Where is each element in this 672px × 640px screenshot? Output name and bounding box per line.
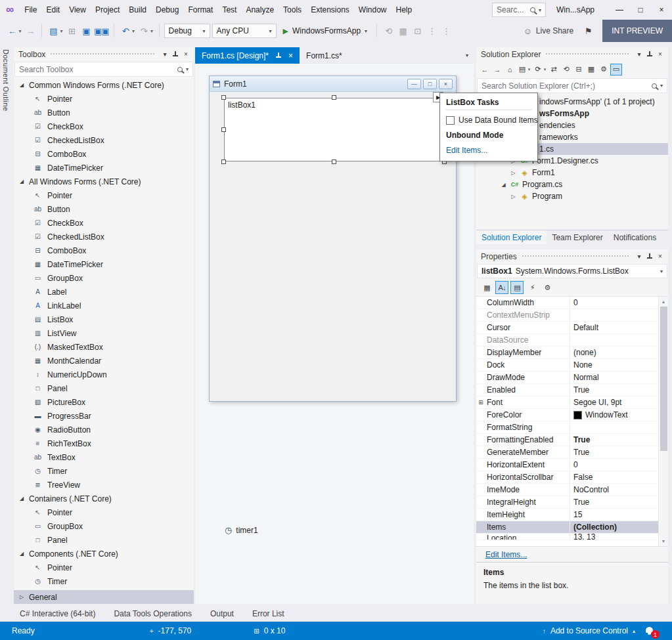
close-icon[interactable]: × xyxy=(288,51,293,60)
toolbox-item-checkedlistbox[interactable]: ☑CheckedListBox xyxy=(14,133,194,147)
toolbox-item-listbox[interactable]: ▤ListBox xyxy=(14,312,194,326)
new-file-icon[interactable]: ▤ xyxy=(47,24,60,38)
menu-analyze[interactable]: Analyze xyxy=(241,2,279,18)
property-row-enabled[interactable]: EnabledTrue xyxy=(476,384,658,396)
property-row-horizontalextent[interactable]: HorizontalExtent0 xyxy=(476,459,658,471)
navigate-forward-icon[interactable]: → xyxy=(491,64,503,75)
tab-notifications[interactable]: Notifications xyxy=(608,230,661,244)
start-debugging-button[interactable]: ▶ WindowsFormsApp ▾ xyxy=(279,23,372,39)
application-insights-icon[interactable]: ▦ xyxy=(396,24,409,38)
property-value[interactable]: True xyxy=(570,434,658,446)
chevron-down-icon[interactable]: ▾ xyxy=(160,49,170,60)
toolbox-search-input[interactable]: Search Toolbox ▾ xyxy=(14,62,193,77)
resize-handle-w[interactable] xyxy=(221,127,226,132)
refresh-icon[interactable]: ⟲ xyxy=(560,64,572,75)
property-row-drawmode[interactable]: DrawModeNormal xyxy=(476,372,658,384)
toolbox-group-components-net-core[interactable]: ◢Components (.NET Core) xyxy=(14,547,194,561)
toolbox-item-button[interactable]: abButton xyxy=(14,106,194,119)
solution-item-program[interactable]: ▷◈Program xyxy=(476,190,668,202)
menu-file[interactable]: File xyxy=(20,2,41,18)
property-value[interactable]: True xyxy=(570,384,658,396)
panel-tab-error-list[interactable]: Error List xyxy=(252,609,284,618)
property-row-generatemember[interactable]: GenerateMemberTrue xyxy=(476,446,658,459)
toolbox-item-monthcalendar[interactable]: ▦MonthCalendar xyxy=(14,354,194,368)
property-row-horizontalscrollbar[interactable]: HorizontalScrollbarFalse xyxy=(476,471,658,484)
document-outline-tab[interactable]: Document Outline xyxy=(2,49,10,111)
toolbox-item-panel[interactable]: □Panel xyxy=(14,533,194,547)
toolbox-group-containers-net-core[interactable]: ◢Containers (.NET Core) xyxy=(14,492,194,505)
undo-icon[interactable]: ↶ xyxy=(119,24,132,38)
menu-edit[interactable]: Edit xyxy=(41,2,64,18)
chevron-down-icon[interactable]: ▾ xyxy=(634,251,644,262)
toolbox-item-combobox[interactable]: ⊟ComboBox xyxy=(14,147,194,161)
navigate-back-icon[interactable]: ← xyxy=(5,24,18,38)
home-icon[interactable]: ⌂ xyxy=(504,64,516,75)
drag-grip[interactable] xyxy=(50,53,155,56)
sync-with-active-document-icon[interactable]: ⇄ xyxy=(548,64,560,75)
close-icon[interactable]: × xyxy=(655,251,665,262)
notifications-button[interactable]: 1 xyxy=(646,627,654,635)
property-row-cursor[interactable]: CursorDefault xyxy=(476,322,658,334)
solution-configurations-dropdown[interactable]: Debug ▾ xyxy=(164,24,210,38)
menu-window[interactable]: Window xyxy=(354,2,392,18)
toolbox-item-progressbar[interactable]: ▬ProgressBar xyxy=(14,409,194,423)
resize-handle-n[interactable] xyxy=(332,95,336,100)
close-icon[interactable]: × xyxy=(181,49,191,60)
collapse-all-icon[interactable]: ⊟ xyxy=(573,64,585,75)
panel-tab-c-interactive-64-bit[interactable]: C# Interactive (64-bit) xyxy=(20,609,95,618)
preview-selected-items-icon[interactable]: ▭ xyxy=(610,64,622,75)
hot-reload-icon[interactable]: ⟲ xyxy=(382,24,395,38)
toolbox-item-radiobutton[interactable]: ◉RadioButton xyxy=(14,423,194,437)
events-icon[interactable]: ⚡ xyxy=(526,281,539,294)
categorized-icon[interactable]: ▦ xyxy=(480,281,493,294)
menu-project[interactable]: Project xyxy=(91,2,124,18)
property-value[interactable]: 15 xyxy=(570,509,658,521)
chevron-down-icon[interactable]: ▾ xyxy=(634,49,644,60)
use-data-bound-items-row[interactable]: Use Data Bound Items xyxy=(446,116,531,125)
property-row-imemode[interactable]: ImeModeNoControl xyxy=(476,484,658,496)
toolbox-item-richtextbox[interactable]: ≡RichTextBox xyxy=(14,437,194,450)
menu-view[interactable]: View xyxy=(64,2,91,18)
property-pages-icon[interactable]: ⚙ xyxy=(541,281,554,294)
toolbox-item-checkbox[interactable]: ☑CheckBox xyxy=(14,119,194,133)
menu-build[interactable]: Build xyxy=(124,2,151,18)
document-tab-form1-cs[interactable]: Form1.cs* xyxy=(300,47,349,64)
toolbox-item-label[interactable]: ALabel xyxy=(14,285,194,299)
toolbox-item-textbox[interactable]: abTextBox xyxy=(14,450,194,464)
pin-icon[interactable] xyxy=(644,251,655,262)
toolbox-group-all-windows-forms-net-core[interactable]: ◢All Windows Forms (.NET Core) xyxy=(14,175,194,188)
properties-view-icon[interactable]: ▤ xyxy=(510,281,524,294)
property-value[interactable]: False xyxy=(570,471,658,483)
expander-collapsed-icon[interactable]: ▷ xyxy=(510,194,517,200)
save-all-icon[interactable]: ▣▣ xyxy=(94,24,109,38)
toolbox-item-pointer[interactable]: ↖Pointer xyxy=(14,561,194,574)
property-row-formattingenabled[interactable]: FormattingEnabledTrue xyxy=(476,434,658,446)
toolbox-item-groupbox[interactable]: ▭GroupBox xyxy=(14,271,194,285)
undo-caret-icon[interactable]: ▾ xyxy=(131,24,136,38)
toolbar-overflow-icon[interactable]: ⋮ xyxy=(425,24,438,38)
form-body[interactable]: listBox1 xyxy=(210,92,456,401)
scroll-thumb[interactable] xyxy=(660,307,667,451)
property-value[interactable] xyxy=(570,421,658,433)
property-row-formatstring[interactable]: FormatString xyxy=(476,421,658,434)
toolbox-item-linklabel[interactable]: ALinkLabel xyxy=(14,299,194,312)
redo-icon[interactable]: ↷ xyxy=(137,24,150,38)
filter-caret-icon[interactable]: ▾ xyxy=(543,64,547,75)
maximize-button[interactable]: □ xyxy=(630,0,651,20)
edit-items-link[interactable]: Edit Items... xyxy=(485,550,527,559)
document-tab-form1-cs-design[interactable]: Form1.cs [Design]*× xyxy=(195,47,300,64)
expand-icon[interactable]: ⊞ xyxy=(476,399,485,406)
live-share-button[interactable]: ☺ Live Share xyxy=(524,26,574,36)
property-value[interactable]: NoControl xyxy=(570,484,658,496)
property-value[interactable]: True xyxy=(570,446,658,458)
toolbox-item-combobox[interactable]: ⊟ComboBox xyxy=(14,244,194,257)
resize-handle-sw[interactable] xyxy=(221,160,226,164)
toolbox-item-panel[interactable]: □Panel xyxy=(14,381,194,395)
property-row-contextmenustrip[interactable]: ContextMenuStrip xyxy=(476,309,658,322)
property-row-itemheight[interactable]: ItemHeight15 xyxy=(476,509,658,521)
redo-caret-icon[interactable]: ▾ xyxy=(149,24,154,38)
add-to-source-control-button[interactable]: ↑ Add to Source Control ▴ xyxy=(543,626,635,635)
panel-tab-output[interactable]: Output xyxy=(210,609,234,618)
toolbox-item-numericupdown[interactable]: ↕NumericUpDown xyxy=(14,368,194,381)
object-selector-dropdown[interactable]: listBox1 System.Windows.Forms.ListBox ▾ xyxy=(477,264,667,278)
